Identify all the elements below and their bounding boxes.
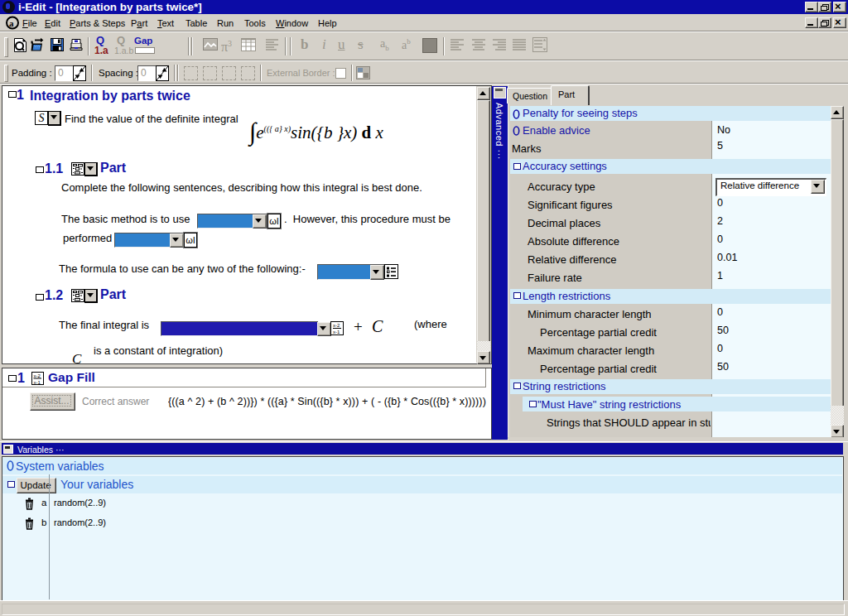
svg-text:x-2: x-2: [333, 323, 340, 328]
svg-text:a: a: [9, 18, 14, 28]
svg-text:x-1: x-1: [333, 330, 340, 334]
svg-text:x-1: x-1: [34, 380, 41, 385]
svg-text:x-2: x-2: [34, 373, 41, 378]
